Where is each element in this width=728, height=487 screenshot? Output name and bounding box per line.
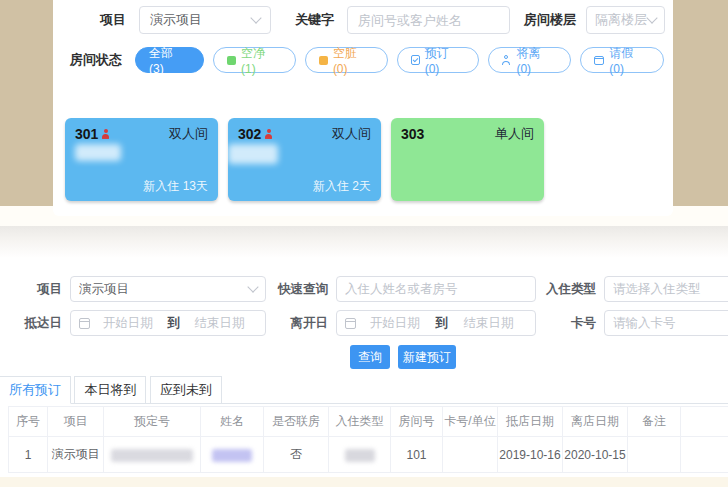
room-number: 303 xyxy=(401,126,424,142)
bookings-table: 序号 项目 预定号 姓名 是否联房 入住类型 房间号 卡号/单位 抵店日期 离店… xyxy=(8,406,728,473)
status-chip-label: 预订 (0) xyxy=(425,45,466,76)
room-number: 301 xyxy=(75,126,98,142)
room-type: 双人间 xyxy=(332,125,371,143)
room-type: 双人间 xyxy=(169,125,208,143)
chevron-down-icon xyxy=(646,12,657,23)
cell-remark xyxy=(628,437,681,473)
status-chip-leave[interactable]: 请假 (0) xyxy=(580,47,664,73)
stay-type-select[interactable] xyxy=(604,276,728,302)
status-chip-clean[interactable]: 空净 (1) xyxy=(213,47,296,73)
date-range-separator: 到 xyxy=(433,315,450,332)
cell-card-unit xyxy=(443,437,498,473)
room-card-301[interactable]: 301 双人间 新入住 13天 xyxy=(65,118,218,201)
clipboard-icon xyxy=(411,55,420,65)
tab-all-bookings[interactable]: 所有预订 xyxy=(0,376,71,404)
room-card-303[interactable]: 303 单人间 xyxy=(391,118,544,201)
status-chip-all[interactable]: 全部 (3) xyxy=(135,47,204,73)
start-date-placeholder: 开始日期 xyxy=(356,315,433,332)
room-type: 单人间 xyxy=(495,125,534,143)
quick-search-input[interactable] xyxy=(336,276,536,302)
cell-departure-date: 2020-10-15 xyxy=(563,437,628,473)
guest-icon xyxy=(265,129,273,139)
cell-room-no: 101 xyxy=(391,437,443,473)
table-header-row: 序号 项目 预定号 姓名 是否联房 入住类型 房间号 卡号/单位 抵店日期 离店… xyxy=(9,407,728,437)
cell-project: 演示项目 xyxy=(48,437,104,473)
room-stay-info: 新入住 13天 xyxy=(143,178,208,195)
col-arrival-date: 抵店日期 xyxy=(498,407,563,437)
right-margin-strip xyxy=(672,0,728,206)
status-chip-label: 空脏 (0) xyxy=(333,45,374,76)
end-date-placeholder: 结束日期 xyxy=(182,315,257,332)
col-room-no: 房间号 xyxy=(391,407,443,437)
room-card-header: 301 双人间 xyxy=(75,125,208,143)
col-booking-no: 预定号 xyxy=(104,407,201,437)
col-project: 项目 xyxy=(48,407,104,437)
project-select[interactable]: 演示项目 xyxy=(70,276,266,302)
departure-date-range[interactable]: 开始日期 到 结束日期 xyxy=(336,310,536,336)
status-chip-label: 空净 (1) xyxy=(241,45,282,76)
room-number: 302 xyxy=(238,126,261,142)
app-screen: 项目 演示项目 关键字 房间楼层 隔离楼层 房间状态 全部 (3) 空净 (1) xyxy=(0,0,728,487)
room-stay-info: 新入住 2天 xyxy=(313,178,371,195)
room-status-label: 房间状态 xyxy=(70,51,122,69)
top-filter-row: 项目 演示项目 关键字 房间楼层 隔离楼层 xyxy=(53,6,673,34)
bookings-table-wrap: 序号 项目 预定号 姓名 是否联房 入住类型 房间号 卡号/单位 抵店日期 离店… xyxy=(8,406,728,473)
col-filler xyxy=(681,407,728,437)
arrival-date-range[interactable]: 开始日期 到 结束日期 xyxy=(70,310,266,336)
status-chip-departing[interactable]: 将离 (0) xyxy=(488,47,571,73)
bookings-panel: 项目 演示项目 快速查询 入住类型 抵达日 开始日期 到 结束日期 离开日 开始… xyxy=(0,258,728,487)
calendar-icon xyxy=(594,56,604,65)
status-chip-dirty[interactable]: 空脏 (0) xyxy=(305,47,388,73)
keyword-input[interactable] xyxy=(347,6,510,34)
floor-label: 房间楼层 xyxy=(524,11,576,29)
project-select-value: 演示项目 xyxy=(79,281,129,298)
dirty-swatch-icon xyxy=(319,56,328,65)
col-linked-room: 是否联房 xyxy=(264,407,329,437)
end-date-placeholder: 结束日期 xyxy=(450,315,527,332)
status-chip-label: 请假 (0) xyxy=(609,45,650,76)
redacted-guest-name xyxy=(75,144,121,161)
panel-divider-shadow xyxy=(0,226,728,258)
project-select-value: 演示项目 xyxy=(150,11,202,29)
floor-select[interactable]: 隔离楼层 xyxy=(586,6,665,34)
room-card-header: 302 双人间 xyxy=(238,125,371,143)
cell-linked-room: 否 xyxy=(264,437,329,473)
col-name: 姓名 xyxy=(201,407,264,437)
new-booking-button[interactable]: 新建预订 xyxy=(398,345,456,369)
cell-stay-type xyxy=(329,437,391,473)
redacted-stay-type xyxy=(345,449,375,462)
project-label: 项目 xyxy=(100,11,126,29)
departure-date-label: 离开日 xyxy=(266,315,328,332)
person-icon xyxy=(502,55,511,65)
stay-type-label: 入住类型 xyxy=(536,281,596,298)
room-status-panel: 项目 演示项目 关键字 房间楼层 隔离楼层 房间状态 全部 (3) 空净 (1) xyxy=(53,0,673,216)
arrival-date-label: 抵达日 xyxy=(0,315,62,332)
booking-actions: 查询 新建预订 xyxy=(0,345,728,369)
cell-index: 1 xyxy=(9,437,48,473)
tab-expected-not-arrived[interactable]: 应到未到 xyxy=(150,376,222,404)
left-margin-strip xyxy=(0,0,53,206)
col-remark: 备注 xyxy=(628,407,681,437)
col-departure-date: 离店日期 xyxy=(563,407,628,437)
start-date-placeholder: 开始日期 xyxy=(90,315,165,332)
redacted-name xyxy=(212,449,252,462)
table-row: 1 演示项目 否 101 2019-10-16 2020-10-15 xyxy=(9,437,728,473)
redacted-booking-no xyxy=(111,449,193,462)
guest-icon xyxy=(102,129,110,139)
date-range-separator: 到 xyxy=(165,315,182,332)
room-card-302[interactable]: 302 双人间 新入住 2天 xyxy=(228,118,381,201)
tab-arriving-today[interactable]: 本日将到 xyxy=(74,376,146,404)
calendar-icon xyxy=(79,318,90,329)
redacted-guest-name xyxy=(228,144,278,164)
search-button[interactable]: 查询 xyxy=(350,345,390,369)
floor-select-placeholder: 隔离楼层 xyxy=(595,11,647,29)
status-chip-booked[interactable]: 预订 (0) xyxy=(397,47,480,73)
cell-name xyxy=(201,437,264,473)
col-card-unit: 卡号/单位 xyxy=(443,407,498,437)
room-status-filter-row: 房间状态 全部 (3) 空净 (1) 空脏 (0) 预订 (0) 将离 (0) xyxy=(53,47,673,73)
col-stay-type: 入住类型 xyxy=(329,407,391,437)
card-no-input[interactable] xyxy=(604,310,728,336)
project-select[interactable]: 演示项目 xyxy=(139,6,271,34)
room-cards-row: 301 双人间 新入住 13天 302 双人间 新入住 2天 303 xyxy=(53,118,673,201)
col-index: 序号 xyxy=(9,407,48,437)
